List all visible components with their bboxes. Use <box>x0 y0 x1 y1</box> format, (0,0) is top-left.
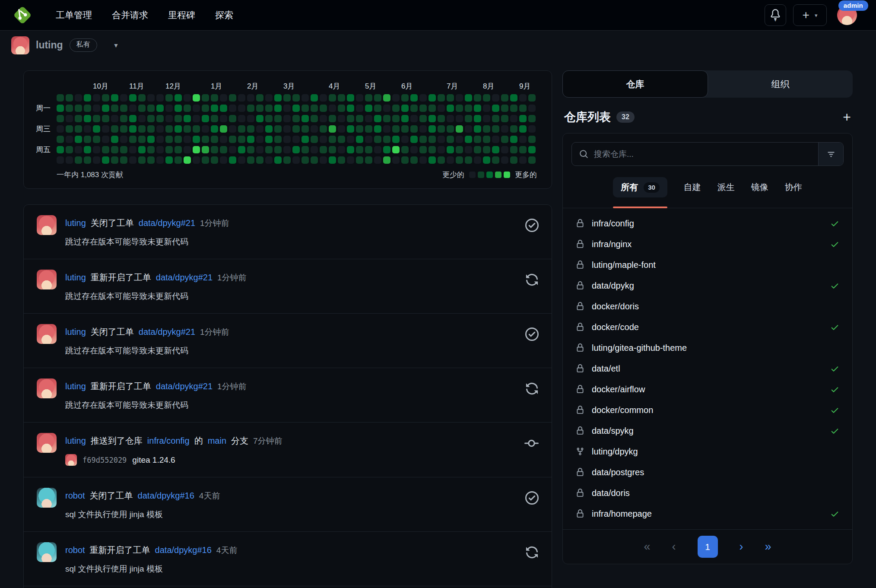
heatmap-cell[interactable] <box>211 115 218 122</box>
heatmap-cell[interactable] <box>365 125 372 133</box>
heatmap-cell[interactable] <box>120 94 127 102</box>
heatmap-cell[interactable] <box>111 94 118 102</box>
avatar[interactable] <box>37 378 57 398</box>
heatmap-cell[interactable] <box>202 136 209 143</box>
add-repo-button[interactable]: + <box>843 110 851 124</box>
heatmap-cell[interactable] <box>84 146 91 153</box>
heatmap-cell[interactable] <box>510 115 517 122</box>
pagination-prev-button[interactable]: ‹ <box>672 540 676 553</box>
heatmap-cell[interactable] <box>302 115 309 122</box>
heatmap-cell[interactable] <box>465 125 472 133</box>
heatmap-cell[interactable] <box>202 115 209 122</box>
heatmap-cell[interactable] <box>129 156 136 164</box>
heatmap-cell[interactable] <box>220 136 227 143</box>
heatmap-cell[interactable] <box>111 105 118 112</box>
heatmap-cell[interactable] <box>211 156 218 164</box>
heatmap-cell[interactable] <box>510 156 517 164</box>
heatmap-cell[interactable] <box>356 115 363 122</box>
heatmap-cell[interactable] <box>229 125 236 133</box>
heatmap-cell[interactable] <box>410 146 418 153</box>
heatmap-cell[interactable] <box>175 115 182 122</box>
heatmap-cell[interactable] <box>84 125 91 133</box>
heatmap-cell[interactable] <box>274 105 282 112</box>
heatmap-cell[interactable] <box>283 156 291 164</box>
heatmap-cell[interactable] <box>338 125 345 133</box>
heatmap-cell[interactable] <box>428 136 436 143</box>
heatmap-cell[interactable] <box>175 125 182 133</box>
heatmap-cell[interactable] <box>356 105 363 112</box>
heatmap-cell[interactable] <box>75 115 82 122</box>
heatmap-cell[interactable] <box>265 105 273 112</box>
feed-link[interactable]: robot <box>65 545 85 555</box>
heatmap-cell[interactable] <box>75 156 82 164</box>
heatmap-cell[interactable] <box>202 125 209 133</box>
heatmap-cell[interactable] <box>365 115 372 122</box>
heatmap-cell[interactable] <box>410 156 418 164</box>
heatmap-cell[interactable] <box>165 125 173 133</box>
repo-name-link[interactable]: data/doris <box>592 488 630 498</box>
heatmap-cell[interactable] <box>102 105 109 112</box>
heatmap-cell[interactable] <box>365 94 372 102</box>
repo-list-item[interactable]: data/etl <box>563 358 852 379</box>
heatmap-cell[interactable] <box>338 105 345 112</box>
heatmap-cell[interactable] <box>510 146 517 153</box>
heatmap-cell[interactable] <box>419 156 427 164</box>
heatmap-cell[interactable] <box>57 94 64 102</box>
heatmap-cell[interactable] <box>356 94 363 102</box>
heatmap-cell[interactable] <box>75 136 82 143</box>
heatmap-cell[interactable] <box>474 156 481 164</box>
heatmap-cell[interactable] <box>492 136 499 143</box>
heatmap-cell[interactable] <box>147 146 155 153</box>
heatmap-cell[interactable] <box>238 156 245 164</box>
heatmap-cell[interactable] <box>519 136 527 143</box>
heatmap-cell[interactable] <box>302 125 309 133</box>
heatmap-cell[interactable] <box>365 156 372 164</box>
heatmap-cell[interactable] <box>238 115 245 122</box>
heatmap-cell[interactable] <box>383 125 390 133</box>
heatmap-cell[interactable] <box>347 94 354 102</box>
heatmap-cell[interactable] <box>320 125 327 133</box>
heatmap-cell[interactable] <box>256 156 263 164</box>
heatmap-cell[interactable] <box>75 146 82 153</box>
heatmap-cell[interactable] <box>410 105 418 112</box>
heatmap-cell[interactable] <box>483 146 490 153</box>
heatmap-cell[interactable] <box>528 105 536 112</box>
heatmap-cell[interactable] <box>265 125 273 133</box>
nav-item-issues[interactable]: 工单管理 <box>46 9 102 21</box>
heatmap-cell[interactable] <box>347 156 354 164</box>
feed-link[interactable]: main <box>208 436 226 446</box>
heatmap-cell[interactable] <box>84 136 91 143</box>
heatmap-cell[interactable] <box>492 105 499 112</box>
heatmap-cell[interactable] <box>156 156 164 164</box>
avatar[interactable] <box>37 488 57 508</box>
pagination-next-button[interactable]: › <box>740 540 743 553</box>
heatmap-cell[interactable] <box>247 115 254 122</box>
heatmap-cell[interactable] <box>256 94 263 102</box>
heatmap-cell[interactable] <box>57 125 64 133</box>
heatmap-cell[interactable] <box>138 94 146 102</box>
feed-link[interactable]: robot <box>65 491 85 501</box>
heatmap-cell[interactable] <box>211 125 218 133</box>
repo-name-link[interactable]: infra/config <box>592 219 634 229</box>
feed-link[interactable]: data/dpykg#21 <box>156 381 213 391</box>
repo-name-link[interactable]: infra/homepage <box>592 509 652 519</box>
heatmap-cell[interactable] <box>265 136 273 143</box>
feed-link[interactable]: luting <box>65 327 86 337</box>
heatmap-cell[interactable] <box>302 94 309 102</box>
heatmap-cell[interactable] <box>374 156 381 164</box>
heatmap-cell[interactable] <box>193 125 200 133</box>
heatmap-cell[interactable] <box>519 115 527 122</box>
feed-link[interactable]: data/dpykg#21 <box>139 327 195 337</box>
repo-name-link[interactable]: data/spykg <box>592 426 634 436</box>
heatmap-cell[interactable] <box>329 125 336 133</box>
heatmap-cell[interactable] <box>410 136 418 143</box>
user-menu[interactable]: admin <box>837 5 857 25</box>
feed-link[interactable]: luting <box>65 218 86 228</box>
heatmap-cell[interactable] <box>274 136 282 143</box>
heatmap-cell[interactable] <box>165 115 173 122</box>
heatmap-cell[interactable] <box>138 136 146 143</box>
heatmap-cell[interactable] <box>383 146 390 153</box>
heatmap-cell[interactable] <box>320 115 327 122</box>
heatmap-cell[interactable] <box>111 115 118 122</box>
heatmap-cell[interactable] <box>311 136 318 143</box>
